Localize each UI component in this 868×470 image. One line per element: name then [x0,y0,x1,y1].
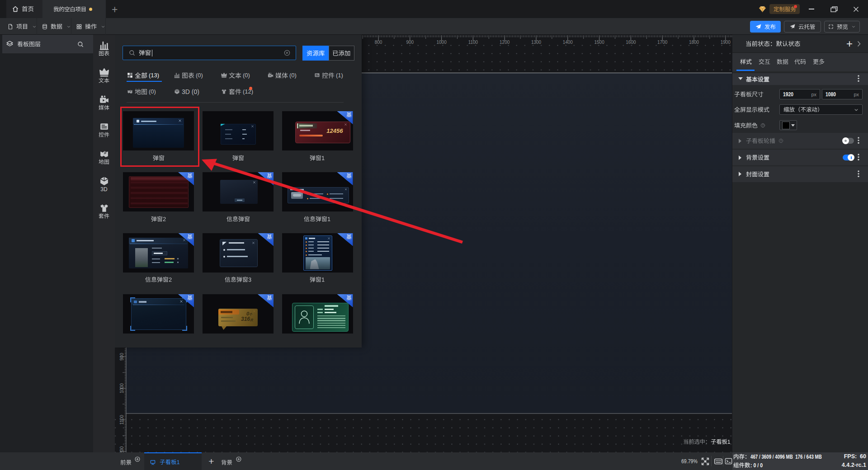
svg-text:800: 800 [375,40,382,45]
svg-text:1900: 1900 [721,40,731,45]
svg-text:1400: 1400 [563,40,573,45]
svg-text:1500: 1500 [594,40,604,45]
svg-text:900: 900 [119,353,124,361]
svg-text:1800: 1800 [689,40,699,45]
svg-text:1100: 1100 [468,40,478,45]
svg-text:1300: 1300 [531,40,542,45]
svg-text:1100: 1100 [119,415,124,425]
svg-text:1200: 1200 [500,40,510,45]
svg-text:1000: 1000 [119,383,124,394]
svg-text:1700: 1700 [657,40,668,45]
svg-text:900: 900 [406,40,414,45]
svg-text:1600: 1600 [626,40,636,45]
svg-text:1000: 1000 [436,40,447,45]
